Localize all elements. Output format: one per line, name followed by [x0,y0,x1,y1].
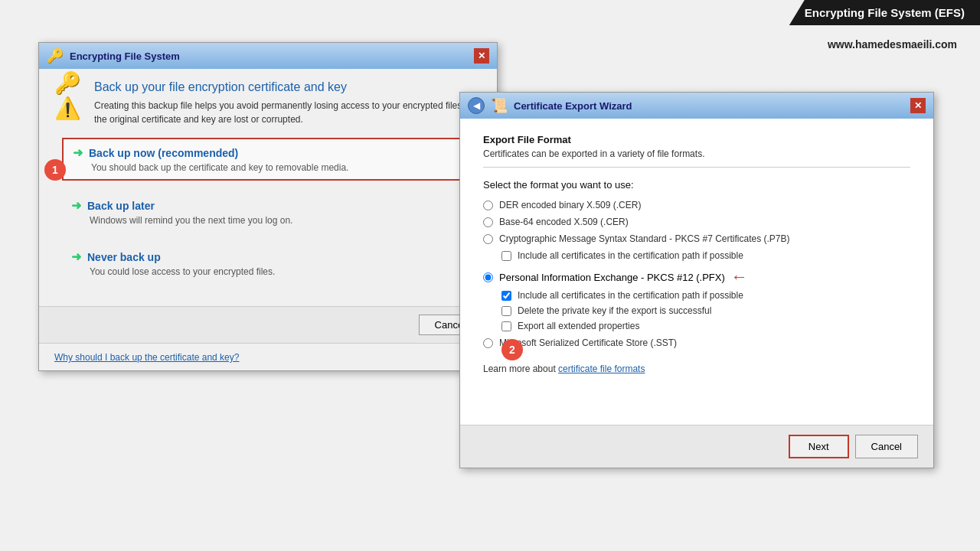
efs-heading: Back up your file encryption certificate… [94,80,482,94]
efs-close-button[interactable]: ✕ [474,48,489,64]
pfx-checkbox-2[interactable] [501,306,511,316]
radio-sst-label: Microsoft Serialized Certificate Store (… [499,337,677,348]
cert-divider [483,167,910,168]
pfx-checkbox-1-label: Include all certificates in the certific… [518,290,743,301]
radio-pfx[interactable] [483,272,493,282]
pfx-row: Personal Information Exchange - PKCS #12… [483,267,910,287]
radio-sst[interactable] [483,338,493,348]
efs-description: Creating this backup file helps you avoi… [94,99,482,126]
pfx-checkbox-1[interactable] [501,291,511,301]
top-url: www.hamedesmaeili.com [828,38,957,51]
cert-section-desc: Certificates can be exported in a variet… [483,148,910,159]
cert-title: Certificate Export Wizard [514,100,632,112]
pfx-checkbox-3-option: Export all extended properties [501,321,910,331]
radio-b64-label: Base-64 encoded X.509 (.CER) [499,217,629,227]
radio-option-pkcs7: Cryptographic Message Syntax Standard - … [483,233,910,244]
green-arrow-2: ➜ [71,198,81,213]
efs-title: Encrypting File System [70,51,180,62]
cert-close-button[interactable]: ✕ [910,98,926,113]
radio-option-der: DER encoded binary X.509 (.CER) [483,200,910,210]
pkcs7-checkbox[interactable] [501,251,511,261]
efs-option-3[interactable]: ➜ Never back up You could lose access to… [62,243,474,283]
efs-option-3-subtitle: You could lose access to your encrypted … [90,266,465,277]
pfx-checkbox-3[interactable] [501,321,511,331]
efs-header-icon: 🔑⚠️ [54,80,85,111]
cert-wizard-icon: 📜 [491,97,508,114]
cert-formats-link[interactable]: certificate file formats [558,364,645,374]
pfx-checkbox-1-option: Include all certificates in the certific… [501,290,910,301]
efs-footer: Cancel [39,306,497,343]
efs-option-3-title: ➜ Never back up [71,249,465,264]
green-arrow-3: ➜ [71,249,81,264]
step-badge-1: 1 [44,159,66,181]
efs-option-1-title: ➜ Back up now (recommended) [73,145,463,160]
pkcs7-checkbox-label: Include all certificates in the certific… [518,250,743,261]
cert-titlebar: ◀ 📜 Certificate Export Wizard ✕ [460,93,933,119]
cert-dialog: ◀ 📜 Certificate Export Wizard ✕ Export F… [459,92,934,468]
radio-pkcs7-label: Cryptographic Message Syntax Standard - … [499,233,790,244]
efs-dialog: 🔑 Encrypting File System ✕ 🔑⚠️ Back up y… [38,42,498,371]
radio-b64[interactable] [483,217,493,227]
top-banner-label: Encrypting File System (EFS) [789,0,980,25]
pfx-checkbox-3-label: Export all extended properties [518,321,639,331]
step-badge-2: 2 [501,339,523,360]
efs-content: 🔑⚠️ Back up your file encryption certifi… [39,69,497,306]
cert-footer: Next Cancel [460,425,933,468]
radio-option-b64: Base-64 encoded X.509 (.CER) [483,217,910,227]
cert-back-button[interactable]: ◀ [468,97,485,114]
cert-section-title: Export File Format [483,134,910,145]
radio-option-sst: Microsoft Serialized Certificate Store (… [483,337,910,348]
pfx-checkbox-2-label: Delete the private key if the export is … [518,305,711,316]
radio-der-label: DER encoded binary X.509 (.CER) [499,200,641,210]
efs-titlebar: 🔑 Encrypting File System ✕ [39,43,497,69]
cert-cancel-button[interactable]: Cancel [855,435,918,458]
efs-option-1-label: Back up now (recommended) [89,147,238,159]
pfx-label: Personal Information Exchange - PKCS #12… [499,272,725,283]
cert-learn-more-text: Learn more about [483,364,558,374]
cert-next-button[interactable]: Next [789,435,849,458]
cert-content: Export File Format Certificates can be e… [460,119,933,425]
key-warning-icon: 🔑 [47,47,64,64]
efs-link-bar: Why should I back up the certificate and… [39,343,497,370]
pkcs7-checkbox-option: Include all certificates in the certific… [501,250,910,261]
efs-option-2-subtitle: Windows will remind you the next time yo… [90,215,465,226]
efs-option-1-selected[interactable]: ➜ Back up now (recommended) You should b… [62,138,474,181]
efs-option-2[interactable]: ➜ Back up later Windows will remind you … [62,192,474,232]
efs-option-1-subtitle: You should back up the certificate and k… [91,162,463,173]
efs-options: ➜ Back up now (recommended) You should b… [54,138,482,283]
radio-pkcs7[interactable] [483,234,493,244]
efs-header-text: Back up your file encryption certificate… [94,80,482,126]
pfx-checkbox-2-option: Delete the private key if the export is … [501,305,910,316]
red-arrow-annotation: ← [731,267,748,287]
efs-header-row: 🔑⚠️ Back up your file encryption certifi… [54,80,482,126]
cert-titlebar-left: ◀ 📜 Certificate Export Wizard [468,97,632,114]
cert-select-label: Select the format you want to use: [483,179,910,191]
efs-help-link[interactable]: Why should I back up the certificate and… [54,352,239,363]
efs-option-2-title: ➜ Back up later [71,198,465,213]
radio-der[interactable] [483,201,493,210]
efs-titlebar-left: 🔑 Encrypting File System [47,47,180,64]
efs-option-2-label: Back up later [87,200,155,212]
green-arrow-1: ➜ [73,145,83,160]
cert-learn-more: Learn more about certificate file format… [483,364,910,374]
efs-option-3-label: Never back up [87,251,161,263]
